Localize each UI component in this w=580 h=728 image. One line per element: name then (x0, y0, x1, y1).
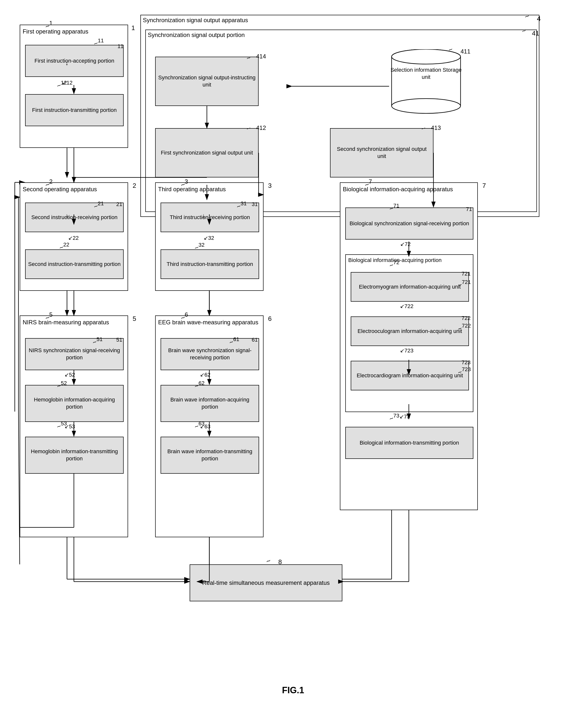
second-instruction-receiving-label: Second instruction-receiving portion (31, 214, 117, 221)
bio-transmitting-label: Biological information-transmitting port… (360, 439, 459, 447)
ref-411: 411 (461, 48, 470, 55)
arrow-ref-73: ↙73 (399, 413, 410, 420)
third-instruction-transmitting-box: Third instruction-transmitting portion (161, 250, 259, 279)
ref-722: 722 (462, 315, 471, 322)
second-sync-output-box: Second synchronization signal output uni… (330, 128, 434, 177)
ref-41: 41 (532, 30, 539, 37)
ref-7-num: 7 (369, 178, 372, 185)
svg-point-33 (392, 99, 461, 113)
selection-info-cylinder (389, 49, 463, 123)
brainwave-transmitting-box: Brain wave information-transmitting port… (161, 437, 259, 474)
nirs-sync-receiving-label: NIRS synchronization signal-receiving po… (27, 347, 122, 361)
ref-61: 61 (252, 336, 258, 343)
ref-723-label: ↙723 (400, 347, 414, 355)
ref-53-disp: 53 (61, 420, 67, 427)
ref-2: 2 (133, 182, 136, 190)
arrow-down-2: ↓ (65, 212, 68, 219)
ref-3: 3 (268, 182, 272, 190)
sync-output-instructing-box: Synchronization signal output-instructin… (155, 57, 258, 106)
electromyogram-label: Electromyogram information-acquiring uni… (359, 283, 461, 291)
ref-11-disp: 11 (98, 37, 104, 44)
electromyogram-box: Electromyogram information-acquiring uni… (351, 272, 469, 302)
ref-32-disp: 32 (198, 242, 204, 248)
ref-52-disp: 52 (61, 380, 67, 386)
ref-21: 21 (116, 201, 122, 208)
ref-11: 11 (117, 43, 123, 50)
bio-apparatus-box: Biological information-acquiring apparat… (340, 182, 478, 510)
ref-412: 412 (256, 125, 266, 131)
bio-acquiring-box: Biological information-acquiring portion… (345, 254, 473, 412)
ref-51: 51 (116, 336, 122, 343)
ref-21-disp: 21 (98, 200, 104, 207)
ref-2-num: 2 (49, 178, 52, 185)
ref-414: 414 (256, 53, 266, 60)
electrooculogram-box: Electrooculogram information-acquiring u… (351, 316, 469, 346)
ref-73-disp: 73 (393, 413, 399, 419)
brainwave-sync-receiving-label: Brain wave synchronization signal-receiv… (163, 347, 257, 361)
arrow-ref-62: ↙62 (200, 371, 210, 379)
arrow-down-1: ↓ (65, 59, 68, 67)
bio-sync-receiving-label: Biological synchronization signal-receiv… (350, 220, 469, 227)
first-instruction-accepting-label: First instruction-accepting portion (34, 57, 114, 64)
hemoglobin-transmitting-box: Hemoglobin information-transmitting port… (25, 437, 123, 474)
brainwave-transmitting-label: Brain wave information-transmitting port… (163, 448, 257, 462)
second-operating-box: Second operating apparatus 2 Second inst… (20, 182, 128, 291)
electrocardiogram-label: Electrocardiogram information-acquiring … (357, 372, 463, 379)
selection-info-label: Selection information Storage unit (389, 67, 463, 81)
ref-4: 4 (537, 15, 541, 23)
first-sync-output-box: First synchronization signal output unit (155, 128, 258, 177)
first-sync-output-label: First synchronization signal output unit (161, 149, 253, 156)
ref-723: 723 (462, 359, 471, 366)
diagram: 4 Synchronization signal output apparatu… (0, 0, 580, 728)
eeg-apparatus-label: EEG brain wave-measuring apparatus (158, 318, 258, 326)
ref-413: 413 (431, 125, 441, 131)
ref-3-num: 3 (185, 178, 188, 185)
first-instruction-accepting-box: First instruction-accepting portion (25, 45, 123, 77)
first-operating-box: First operating apparatus 1 First instru… (20, 25, 128, 148)
second-instruction-transmitting-label: Second instruction-transmitting portion (28, 261, 120, 268)
second-instruction-transmitting-box: Second instruction-transmitting portion (25, 250, 123, 279)
ref-5: 5 (133, 315, 136, 323)
nirs-apparatus-label: NIRS brain-measuring apparatus (23, 318, 109, 326)
ref-721-disp: 721 (462, 279, 471, 285)
realtime-label: Real-time simultaneous measurement appar… (202, 579, 330, 587)
brainwave-acquiring-box: Brain wave information-acquiring portion (161, 385, 259, 422)
ref-723-disp: 723 (462, 366, 471, 373)
realtime-box: Real-time simultaneous measurement appar… (190, 564, 342, 601)
ref-8-tilde: ∼ (265, 557, 272, 565)
bio-apparatus-label: Biological information-acquiring apparat… (343, 185, 453, 193)
ref-72-disp: 72 (393, 259, 399, 266)
ref-722-label: ↙722 (400, 303, 414, 310)
second-operating-label: Second operating apparatus (23, 185, 97, 193)
eeg-apparatus-box: EEG brain wave-measuring apparatus 6 Bra… (155, 315, 264, 537)
ref-6: 6 (268, 315, 272, 323)
ref-6-num: 6 (185, 311, 188, 318)
brainwave-acquiring-label: Brain wave information-acquiring portion (163, 396, 257, 410)
second-sync-output-label: Second synchronization signal output uni… (332, 146, 432, 160)
sync-portion-label: Synchronization signal output portion (148, 31, 245, 38)
ref-51-disp: 51 (96, 336, 103, 343)
arrow-ref-52: ↙52 (64, 371, 75, 379)
third-operating-box: Third operating apparatus 3 Third instru… (155, 182, 264, 291)
electrooculogram-label: Electrooculogram information-acquiring u… (358, 328, 462, 335)
ref-61-disp: 61 (233, 336, 239, 343)
nirs-apparatus-box: NIRS brain-measuring apparatus 5 NIRS sy… (20, 315, 128, 537)
sync-output-instructing-label: Synchronization signal output-instructin… (157, 74, 257, 88)
second-instruction-receiving-box: Second instruction-receiving portion (25, 203, 123, 232)
first-instruction-transmitting-box: First instruction-transmitting portion (25, 94, 123, 126)
sync-apparatus-label: Synchronization signal output apparatus (143, 17, 248, 24)
ref-31-disp: 31 (241, 200, 247, 207)
first-instruction-transmitting-label: First instruction-transmitting portion (32, 107, 117, 114)
bio-transmitting-box: Biological information-transmitting port… (345, 427, 473, 459)
electrocardiogram-box: Electrocardiogram information-acquiring … (351, 361, 469, 390)
ref-5-num: 5 (49, 311, 52, 318)
ref-1-num: 1 (49, 20, 52, 27)
figure-label: FIG.1 (246, 685, 340, 696)
ref-22-disp: 22 (63, 241, 69, 248)
first-operating-label: First operating apparatus (23, 28, 88, 35)
ref-71-disp: 71 (393, 203, 399, 209)
arrow-ref-32: ↙32 (204, 235, 214, 242)
third-instruction-receiving-box: Third instruction-receiving portion (161, 203, 259, 232)
ref-62-disp: 62 (198, 380, 204, 386)
ref-31: 31 (252, 201, 258, 208)
